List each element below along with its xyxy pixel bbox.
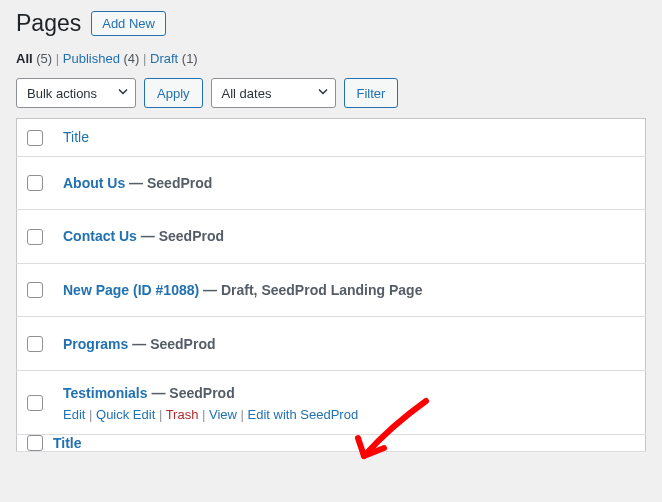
table-row: Programs — SeedProd	[17, 317, 646, 371]
post-state: — SeedProd	[137, 228, 224, 244]
filter-published-count: (4)	[124, 51, 140, 66]
row-checkbox[interactable]	[27, 336, 43, 352]
post-state: — Draft, SeedProd Landing Page	[199, 282, 422, 298]
row-checkbox[interactable]	[27, 395, 43, 411]
row-title-link[interactable]: New Page (ID #1088)	[63, 282, 199, 298]
bulk-actions-select[interactable]: Bulk actions	[16, 78, 136, 108]
select-all-checkbox[interactable]	[27, 130, 43, 146]
apply-button[interactable]: Apply	[144, 78, 203, 108]
table-row: New Page (ID #1088) — Draft, SeedProd La…	[17, 263, 646, 317]
post-state: — SeedProd	[125, 175, 212, 191]
filter-all[interactable]: All	[16, 51, 33, 66]
filter-all-count: (5)	[36, 51, 52, 66]
column-title[interactable]: Title	[63, 129, 89, 145]
row-title-link[interactable]: Contact Us	[63, 228, 137, 244]
post-state: — SeedProd	[128, 336, 215, 352]
row-actions: Edit | Quick Edit | Trash | View | Edit …	[63, 407, 635, 422]
table-row: About Us — SeedProd	[17, 156, 646, 210]
chevron-down-icon	[117, 86, 129, 101]
filter-all-label: All	[16, 51, 33, 66]
table-row: Testimonials — SeedProd Edit | Quick Edi…	[17, 370, 646, 434]
action-quick-edit[interactable]: Quick Edit	[96, 407, 155, 422]
row-title-link[interactable]: Testimonials	[63, 385, 148, 401]
filter-button[interactable]: Filter	[344, 78, 399, 108]
row-checkbox[interactable]	[27, 282, 43, 298]
filter-draft-count: (1)	[182, 51, 198, 66]
action-edit-seedprod[interactable]: Edit with SeedProd	[248, 407, 359, 422]
row-title-link[interactable]: About Us	[63, 175, 125, 191]
dates-select[interactable]: All dates	[211, 78, 336, 108]
action-view[interactable]: View	[209, 407, 237, 422]
row-title-link[interactable]: Programs	[63, 336, 128, 352]
add-new-button[interactable]: Add New	[91, 11, 166, 36]
bulk-actions-label: Bulk actions	[27, 86, 97, 101]
row-checkbox[interactable]	[27, 229, 43, 245]
dates-label: All dates	[222, 86, 272, 101]
action-edit[interactable]: Edit	[63, 407, 85, 422]
status-filter: All (5) | Published (4) | Draft (1)	[16, 51, 646, 66]
action-trash[interactable]: Trash	[166, 407, 199, 422]
pages-table: Title About Us — SeedProd Contact Us — S…	[16, 118, 646, 452]
filter-published[interactable]: Published	[63, 51, 120, 66]
post-state: — SeedProd	[148, 385, 235, 401]
select-all-checkbox-footer[interactable]	[27, 435, 43, 451]
table-row: Contact Us — SeedProd	[17, 210, 646, 264]
row-checkbox[interactable]	[27, 175, 43, 191]
page-title: Pages	[16, 10, 81, 37]
column-title-footer[interactable]: Title	[53, 435, 82, 451]
chevron-down-icon	[317, 86, 329, 101]
filter-draft[interactable]: Draft	[150, 51, 178, 66]
